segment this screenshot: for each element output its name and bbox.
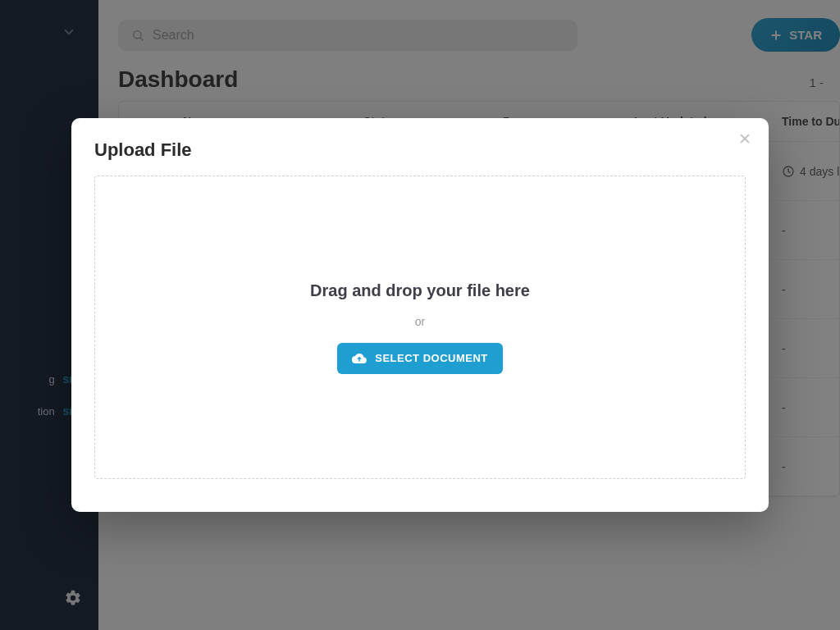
cloud-upload-icon <box>352 351 367 366</box>
dropzone[interactable]: Drag and drop your file here or SELECT D… <box>94 176 746 479</box>
dropzone-headline: Drag and drop your file here <box>310 281 530 300</box>
close-icon[interactable] <box>737 131 752 146</box>
select-document-button[interactable]: SELECT DOCUMENT <box>337 343 503 374</box>
modal-overlay[interactable]: Upload File Drag and drop your file here… <box>0 0 840 630</box>
dropzone-or: or <box>415 315 425 328</box>
modal-title: Upload File <box>94 139 746 161</box>
upload-modal: Upload File Drag and drop your file here… <box>71 118 769 512</box>
select-document-label: SELECT DOCUMENT <box>375 352 488 364</box>
